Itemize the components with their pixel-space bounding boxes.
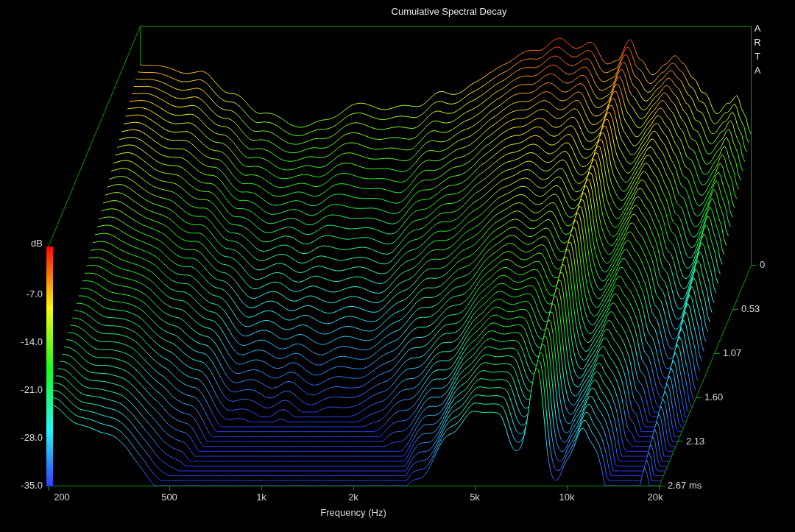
time-tick-label: 0.53 bbox=[741, 303, 760, 315]
arta-letter: A bbox=[751, 63, 764, 77]
time-tick-label: 2.67 ms bbox=[668, 480, 702, 492]
colorbar-tick-label: -7.0 bbox=[3, 288, 43, 300]
freq-tick-label: 5k bbox=[470, 492, 480, 503]
colorbar-tick-label: -35.0 bbox=[3, 480, 43, 492]
arta-letter: R bbox=[751, 35, 764, 49]
plot-title: Cumulative Spectral Decay bbox=[144, 6, 755, 18]
freq-tick-label: 20k bbox=[648, 492, 663, 503]
freq-tick-label: 10k bbox=[559, 492, 575, 503]
colorbar-tick-label: -21.0 bbox=[3, 384, 43, 396]
waterfall-plot-canvas[interactable] bbox=[0, 0, 795, 532]
arta-letter: T bbox=[751, 49, 764, 63]
time-tick-label: 1.07 bbox=[723, 347, 741, 359]
freq-tick-label: 500 bbox=[161, 492, 177, 503]
freq-tick-label: 2k bbox=[348, 492, 358, 503]
time-tick-label: 2.13 bbox=[686, 436, 704, 447]
freq-tick-label: 200 bbox=[54, 492, 70, 503]
colorbar-unit-label: dB bbox=[3, 238, 43, 249]
colorbar-tick-label: -28.0 bbox=[3, 432, 43, 444]
colorbar-tick-label: -14.0 bbox=[3, 336, 43, 348]
x-axis-title: Frequency (Hz) bbox=[48, 507, 659, 519]
time-tick-label: 1.60 bbox=[704, 391, 723, 403]
arta-logo: A R T A bbox=[751, 21, 764, 77]
freq-tick-label: 1k bbox=[256, 492, 266, 503]
time-tick-label: 0 bbox=[760, 259, 765, 271]
arta-letter: A bbox=[751, 21, 764, 35]
csd-window: Cumulative Spectral Decay A R T A dB -7.… bbox=[0, 0, 795, 532]
